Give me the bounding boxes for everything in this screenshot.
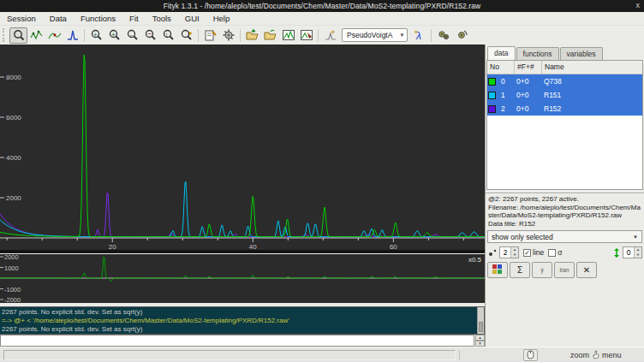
main-area: 2000400060008000204060 20001000-1000-200… — [0, 45, 644, 347]
stepper-arrows[interactable]: ▲▼ — [634, 247, 641, 258]
history-down-icon[interactable]: ▼ — [475, 341, 485, 347]
script-editor-button[interactable] — [201, 27, 219, 44]
zoom-vertical-button[interactable]: ↕ — [159, 27, 177, 44]
line-checkbox[interactable]: ✓ line — [523, 248, 544, 257]
dataset-table-body: 00+0Q73810+0R15120+0R152 — [487, 74, 642, 116]
close-button[interactable]: x — [636, 1, 641, 9]
color-gradient-button[interactable] — [487, 262, 508, 278]
checkbox-checked-icon[interactable]: ✓ — [523, 249, 531, 257]
open-data-button[interactable] — [243, 27, 261, 44]
transform-data-button[interactable]: tran — [554, 262, 575, 278]
save-image-button[interactable] — [279, 27, 297, 44]
menu-item-session[interactable]: Session — [7, 14, 36, 23]
cell-no: 1 — [498, 91, 514, 99]
sidebar-splitter[interactable] — [486, 191, 644, 193]
menu-item-tools[interactable]: Tools — [152, 14, 171, 23]
checkbox-unchecked-icon[interactable] — [548, 249, 556, 257]
zoom-previous-button[interactable] — [177, 27, 195, 44]
zoom-hint-label: zoom — [570, 351, 589, 359]
menu-item-data[interactable]: Data — [50, 14, 67, 23]
output-console[interactable]: 2267 points. No explicit std. dev. Set a… — [0, 306, 485, 335]
menu-item-fit[interactable]: Fit — [129, 14, 139, 23]
cell-name: R152 — [541, 104, 564, 113]
delete-dataset-button[interactable]: ✕ — [576, 262, 597, 278]
svg-text:40: 40 — [249, 243, 257, 250]
svg-text:4000: 4000 — [6, 154, 21, 162]
tab-variables[interactable]: variables — [560, 47, 603, 60]
scrollbar-thumb[interactable] — [479, 322, 483, 332]
mouse-mode-button[interactable] — [523, 349, 538, 361]
dataset-table-header: No #F+# Name — [487, 61, 642, 74]
zoom-out-button[interactable]: − — [141, 27, 159, 44]
command-input[interactable] — [0, 335, 474, 347]
main-plot[interactable]: 2000400060008000204060 — [0, 45, 485, 250]
gears-run-icon — [437, 28, 450, 42]
status-bar: zoom menu — [0, 347, 644, 362]
fit-run-button[interactable] — [434, 27, 452, 44]
down-icon[interactable]: ▼ — [511, 252, 518, 258]
shift-stepper[interactable]: 0 ▲▼ — [623, 246, 642, 258]
data-points-icon — [30, 28, 44, 42]
toolbar-grip[interactable] — [3, 28, 7, 42]
tab-functions[interactable]: functions — [516, 47, 559, 60]
table-row[interactable]: 00+0Q738 — [487, 74, 642, 88]
background-mode-button[interactable] — [45, 27, 63, 44]
zoom-all-button[interactable]: + — [87, 27, 105, 44]
auto-add-peak-button[interactable]: ✶ — [321, 27, 339, 44]
point-size-value: 2 — [500, 247, 510, 258]
table-row[interactable]: 20+0R152 — [487, 102, 642, 116]
dataset-actions: Σ ŷ tran ✕ — [486, 260, 644, 279]
svg-text:60: 60 — [390, 243, 397, 250]
reload-data-button[interactable] — [261, 27, 279, 44]
gear-icon — [222, 28, 236, 42]
filter-dropdown[interactable]: show only selected ▼ — [487, 230, 642, 243]
zoom-in-button[interactable]: + — [105, 27, 123, 44]
zoom-mode-button[interactable] — [9, 27, 27, 44]
cell-f: 0+0 — [514, 77, 541, 86]
fit-undo-button[interactable] — [452, 27, 470, 44]
add-peak-mode-button[interactable] — [63, 27, 81, 44]
menu-item-help[interactable]: Help — [213, 14, 230, 23]
stepper-arrows[interactable]: ▲▼ — [510, 247, 518, 258]
function-type-select[interactable]: PseudoVoigtA ▼ — [342, 28, 408, 42]
history-spinner[interactable]: ▲▼ — [475, 335, 485, 347]
down-icon[interactable]: ▼ — [635, 252, 641, 258]
point-size-stepper[interactable]: 2 ▲▼ — [499, 246, 519, 258]
sidebar-tabs: datafunctionsvariables — [486, 45, 644, 60]
console-scrollbar[interactable] — [477, 307, 484, 334]
menu-item-functions[interactable]: Functions — [80, 14, 116, 23]
sum-datasets-button[interactable]: Σ — [510, 262, 530, 278]
cell-no: 0 — [498, 77, 514, 86]
cell-no: 2 — [498, 104, 514, 113]
menu-item-gui[interactable]: GUI — [185, 14, 200, 23]
aux-scale-label: x0.5 — [468, 256, 482, 264]
data-range-mode-button[interactable] — [27, 27, 45, 44]
magnifier-minus-icon: − — [144, 28, 158, 42]
copy-data-button[interactable]: ŷ — [532, 262, 552, 278]
tab-data[interactable]: data — [487, 46, 516, 60]
ydata-icon: ŷ — [540, 267, 543, 273]
zoom-left-button[interactable]: ← — [123, 27, 141, 44]
svg-text:✶: ✶ — [331, 29, 336, 35]
mouse-hint: zoom menu — [570, 350, 622, 359]
magnifier-icon — [12, 28, 26, 42]
peak-icon — [66, 28, 80, 42]
svg-text:6000: 6000 — [6, 114, 21, 122]
toolbar-separator — [240, 29, 241, 42]
plot-image-icon — [282, 28, 295, 42]
settings-button[interactable] — [219, 27, 237, 44]
sigma-checkbox[interactable]: σ — [548, 248, 562, 257]
auxiliary-plot[interactable]: 20001000-1000-2000x0.5 — [0, 254, 485, 303]
info-line: Data title: R152 — [488, 220, 641, 228]
export-plot-button[interactable] — [297, 27, 315, 44]
point-size-icon — [487, 247, 498, 258]
add-function-button[interactable]: λ✶ — [410, 27, 428, 44]
history-up-icon[interactable]: ▲ — [475, 335, 485, 341]
sigma-icon: Σ — [517, 265, 522, 275]
shift-value: 0 — [623, 247, 634, 258]
svg-text:+: + — [93, 31, 98, 39]
table-row[interactable]: 10+0R151 — [487, 88, 642, 102]
line-checkbox-label: line — [533, 248, 544, 257]
svg-text:2000: 2000 — [6, 194, 21, 202]
color-grid-icon — [492, 264, 503, 275]
